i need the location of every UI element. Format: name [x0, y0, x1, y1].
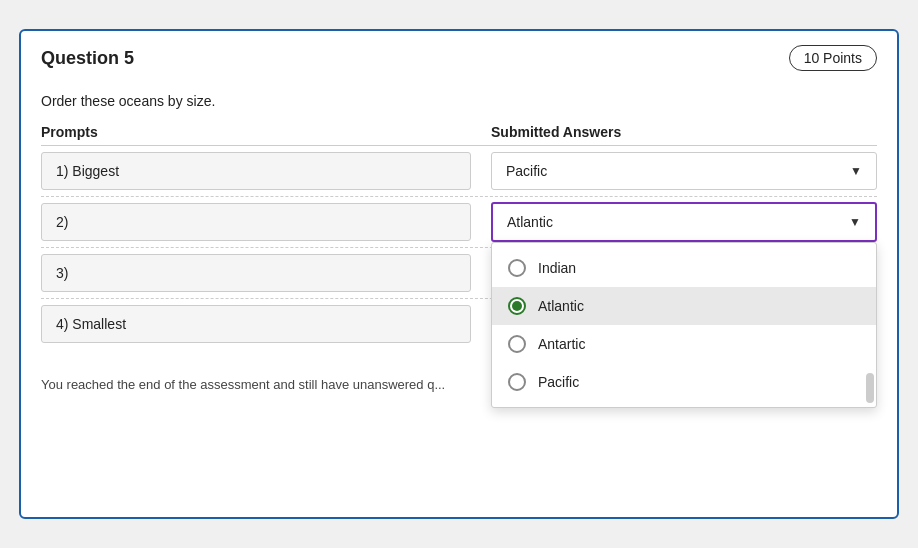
prompt-1: 1) Biggest [41, 152, 471, 190]
radio-antartic [508, 335, 526, 353]
card-body: Order these oceans by size. Prompts Subm… [21, 83, 897, 365]
answer-value-1: Pacific [506, 163, 547, 179]
option-label-atlantic: Atlantic [538, 298, 584, 314]
answer-dropdown-2[interactable]: Atlantic ▼ [491, 202, 877, 242]
option-indian[interactable]: Indian [492, 249, 876, 287]
answer-value-2: Atlantic [507, 214, 553, 230]
option-atlantic[interactable]: Atlantic [492, 287, 876, 325]
dropdown-popup: Indian Atlantic Antartic [491, 242, 877, 408]
question-title: Question 5 [41, 48, 134, 69]
option-label-indian: Indian [538, 260, 576, 276]
prompt-3: 3) [41, 254, 471, 292]
dropdown-arrow-1: ▼ [850, 164, 862, 178]
option-antartic[interactable]: Antartic [492, 325, 876, 363]
card-header: Question 5 10 Points [21, 31, 897, 83]
answer-box-2: Atlantic ▼ Indian [491, 202, 877, 242]
radio-indian [508, 259, 526, 277]
prompts-column-header: Prompts [41, 124, 98, 140]
scrollbar-thumb [866, 373, 874, 403]
instruction-text: Order these oceans by size. [41, 93, 877, 109]
dropdown-arrow-2: ▼ [849, 215, 861, 229]
radio-inner-atlantic [512, 301, 522, 311]
answer-box-1: Pacific ▼ [491, 152, 877, 190]
radio-atlantic [508, 297, 526, 315]
answer-dropdown-1[interactable]: Pacific ▼ [491, 152, 877, 190]
prompt-4: 4) Smallest [41, 305, 471, 343]
radio-pacific [508, 373, 526, 391]
option-label-pacific: Pacific [538, 374, 579, 390]
question-card: Question 5 10 Points Order these oceans … [19, 29, 899, 519]
points-badge: 10 Points [789, 45, 877, 71]
rows-container: 1) Biggest Pacific ▼ 2) Atlantic [41, 145, 877, 349]
prompt-2: 2) [41, 203, 471, 241]
answers-column-header: Submitted Answers [491, 124, 621, 140]
option-pacific[interactable]: Pacific [492, 363, 876, 401]
row-pair-1: 1) Biggest Pacific ▼ [41, 145, 877, 196]
row-pair-2: 2) Atlantic ▼ Indian [41, 196, 877, 247]
option-label-antartic: Antartic [538, 336, 585, 352]
